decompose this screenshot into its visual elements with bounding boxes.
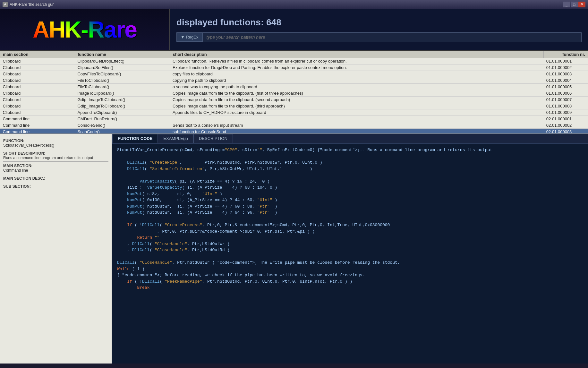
left-panel-content: FUNCTION: StdoutToVar_CreateProcess() SH… (0, 134, 112, 364)
col-header-short-description: short description (170, 51, 544, 58)
code-tab-2[interactable]: DESCRIPTION (193, 134, 233, 143)
displayed-functions-count: displayed functions: 648 (176, 17, 582, 28)
titlebar-left: A AHK-Rare 'the search gui' (3, 2, 54, 7)
table-row[interactable]: Command lineScanCode()subfunction for Co… (0, 129, 588, 134)
minimize-button[interactable]: _ (563, 2, 570, 7)
col-header-main-section: main section (0, 51, 75, 58)
table-row[interactable]: Command lineConsoleSend()Sends text to a… (0, 122, 588, 129)
titlebar-controls: _ □ ✕ (563, 2, 585, 7)
logo: AHK-Rare (33, 16, 137, 43)
regex-button[interactable]: ▼ RegEx (176, 32, 202, 42)
col-header-function-nr: function nr. (544, 51, 588, 58)
titlebar: A AHK-Rare 'the search gui' _ □ ✕ (0, 0, 588, 9)
app-icon: A (3, 2, 8, 7)
col-header-function-name: function name (75, 51, 170, 58)
search-input[interactable] (202, 32, 582, 42)
short-desc-value: Runs a command line program and returns … (3, 156, 108, 160)
table-row[interactable]: ClipboardClipboardGetDropEffect()Clipboa… (0, 58, 588, 64)
logo-area: AHK-Rare (0, 9, 170, 50)
table-row[interactable]: ClipboardFileToClipboard()copying the pa… (0, 77, 588, 84)
header: AHK-Rare displayed functions: 648 ▼ RegE… (0, 9, 588, 51)
left-panel: FUNCTION: StdoutToVar_CreateProcess() SH… (0, 134, 112, 364)
search-row: ▼ RegEx (176, 32, 582, 42)
table-container[interactable]: main section function name short descrip… (0, 51, 588, 133)
functions-table: main section function name short descrip… (0, 51, 588, 133)
main-section-label: MAIN SECTION: (3, 164, 108, 168)
short-desc-label: SHORT DESCRIPTION: (3, 151, 108, 156)
code-content: StdoutToVar_CreateProcess(sCmd, sEncodin… (117, 147, 583, 291)
right-panel: FUNCTION CODEEXAMPLE(s)DESCRIPTION Stdou… (112, 134, 588, 364)
table-body: ClipboardClipboardGetDropEffect()Clipboa… (0, 58, 588, 134)
table-row[interactable]: ClipboardCopyFilesToClipboard()copy file… (0, 71, 588, 77)
table-row[interactable]: ClipboardGdip_ImageToClipboard()Copies i… (0, 103, 588, 109)
divider-4 (3, 182, 108, 182)
code-tab-1[interactable]: EXAMPLE(s) (158, 134, 193, 143)
search-area: displayed functions: 648 ▼ RegEx (170, 9, 588, 50)
main-section-desc-label: MAIN SECTION DESC.: (3, 176, 108, 181)
titlebar-title: AHK-Rare 'the search gui' (10, 2, 54, 7)
divider-2 (3, 161, 108, 162)
table-row[interactable]: Command lineCMDret_RunReturn()02.01.0000… (0, 116, 588, 122)
main-section-value: Command line (3, 168, 108, 173)
table-row[interactable]: ClipboardClipboardSetFiles()Explorer fun… (0, 64, 588, 71)
table-row[interactable]: ClipboardAppendToClipboard()Appends file… (0, 109, 588, 116)
sub-section-label: SUB SECTION: (3, 184, 108, 189)
code-tabs: FUNCTION CODEEXAMPLE(s)DESCRIPTION (112, 134, 588, 144)
divider-1 (3, 149, 108, 149)
code-tab-0[interactable]: FUNCTION CODE (112, 134, 158, 143)
table-area: main section function name short descrip… (0, 51, 588, 134)
divider-5 (3, 190, 108, 190)
table-row[interactable]: ClipboardFileToClipboard()a second way t… (0, 84, 588, 90)
table-row[interactable]: ClipboardGdip_ImageToClipboard()Copies i… (0, 97, 588, 103)
function-value: StdoutToVar_CreateProcess() (3, 143, 108, 148)
maximize-button[interactable]: □ (571, 2, 578, 7)
function-label: FUNCTION: (3, 139, 108, 143)
table-header-row: main section function name short descrip… (0, 51, 588, 58)
divider-3 (3, 174, 108, 174)
code-area[interactable]: StdoutToVar_CreateProcess(sCmd, sEncodin… (112, 144, 588, 364)
close-button[interactable]: ✕ (578, 2, 585, 7)
bottom-area: FUNCTION: StdoutToVar_CreateProcess() SH… (0, 134, 588, 364)
table-row[interactable]: ClipboardImageToClipboard()Copies image … (0, 90, 588, 97)
